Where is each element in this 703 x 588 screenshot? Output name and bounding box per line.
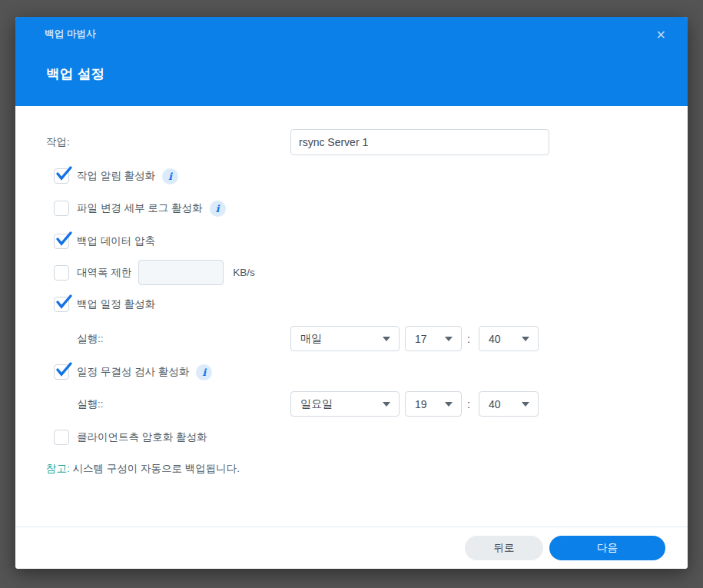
chevron-down-icon (445, 337, 453, 341)
bandwidth-label: 대역폭 제한 (77, 266, 131, 280)
note-text: 시스템 구성이 자동으로 백업됩니다. (70, 462, 240, 476)
task-row: 작업: (46, 129, 70, 155)
schedule-run-label: 실행:: (77, 332, 104, 346)
back-button[interactable]: 뒤로 (465, 536, 543, 560)
note-row: 참고: 시스템 구성이 자동으로 백업됩니다. (46, 461, 240, 477)
schedule-frequency-select[interactable]: 매일 (290, 326, 400, 351)
integrity-run-controls: 일요일 19 : 40 (290, 391, 539, 417)
integrity-minute-select[interactable]: 40 (479, 391, 539, 417)
chevron-down-icon (522, 337, 529, 341)
chevron-down-icon (445, 402, 453, 407)
integrity-run-row: 실행:: (77, 391, 104, 417)
chevron-down-icon (522, 402, 529, 407)
encryption-checkbox[interactable] (54, 430, 69, 445)
schedule-checkbox[interactable] (54, 297, 69, 312)
integrity-row: 일정 무결성 검사 활성화 i (54, 364, 212, 380)
chevron-down-icon (383, 337, 390, 341)
task-label: 작업: (46, 135, 70, 149)
note-prefix: 참고: (46, 462, 70, 476)
encryption-row: 클라이언트측 암호화 활성화 (54, 429, 207, 446)
time-colon: : (467, 398, 470, 410)
bandwidth-input[interactable] (138, 260, 224, 285)
integrity-label: 일정 무결성 검사 활성화 (77, 365, 189, 379)
schedule-row: 백업 일정 활성화 (54, 296, 155, 313)
integrity-run-label: 실행:: (77, 397, 104, 411)
filelog-row: 파일 변경 세부 로그 활성화 i (54, 200, 226, 217)
bandwidth-unit: KB/s (233, 267, 255, 278)
filelog-label: 파일 변경 세부 로그 활성화 (77, 201, 203, 215)
dialog-content: 작업: 작업 알림 활성화 i 파일 변경 세부 로그 활성화 i 백업 데이터… (15, 106, 688, 527)
integrity-checkbox[interactable] (54, 364, 69, 380)
compress-checkbox[interactable] (54, 234, 69, 249)
next-button[interactable]: 다음 (549, 536, 665, 560)
page-title: 백업 설정 (46, 65, 104, 83)
integrity-hour-select[interactable]: 19 (405, 391, 462, 417)
integrity-day-select[interactable]: 일요일 (290, 391, 400, 417)
schedule-minute-select[interactable]: 40 (479, 326, 539, 351)
task-name-input[interactable] (290, 129, 549, 155)
schedule-run-controls: 매일 17 : 40 (290, 326, 539, 351)
filelog-checkbox[interactable] (54, 201, 69, 216)
time-colon: : (467, 333, 470, 345)
info-icon[interactable]: i (210, 201, 226, 217)
close-icon[interactable]: ✕ (653, 28, 669, 43)
schedule-run-row: 실행:: (77, 326, 104, 351)
schedule-hour-select[interactable]: 17 (405, 326, 462, 351)
bandwidth-row: 대역폭 제한 KB/s (54, 260, 255, 285)
compress-row: 백업 데이터 압축 (54, 233, 155, 250)
dialog-title: 백업 마법사 (45, 28, 96, 41)
chevron-down-icon (383, 402, 390, 407)
notify-checkbox[interactable] (54, 168, 69, 184)
info-icon[interactable]: i (162, 168, 178, 184)
backup-wizard-dialog: 백업 마법사 ✕ 백업 설정 작업: 작업 알림 활성화 i 파일 변경 세부 … (15, 17, 688, 569)
compress-label: 백업 데이터 압축 (77, 234, 155, 248)
notify-label: 작업 알림 활성화 (77, 169, 155, 183)
info-icon[interactable]: i (196, 364, 212, 380)
titlebar: 백업 마법사 ✕ (15, 17, 688, 43)
schedule-label: 백업 일정 활성화 (77, 297, 155, 311)
encryption-label: 클라이언트측 암호화 활성화 (77, 430, 207, 444)
dialog-footer: 뒤로 다음 (15, 527, 688, 569)
bandwidth-checkbox[interactable] (54, 265, 69, 281)
dialog-header: 백업 마법사 ✕ 백업 설정 (15, 17, 688, 106)
notify-row: 작업 알림 활성화 i (54, 168, 178, 184)
